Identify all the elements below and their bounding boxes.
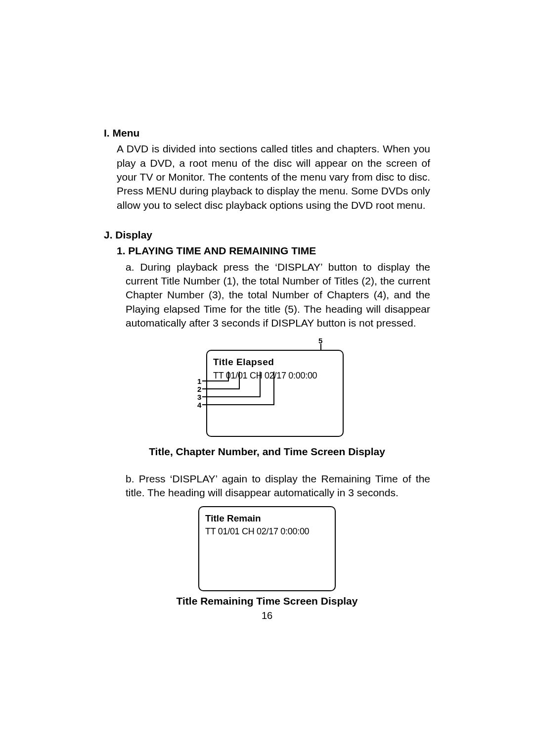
leader-2-v bbox=[239, 372, 240, 388]
leader-1-h bbox=[202, 380, 229, 381]
figure-1-box: Title Elapsed TT 01/01 CH 02/17 0:00:00 bbox=[206, 350, 344, 437]
leader-1-v bbox=[228, 372, 229, 380]
leader-4-v bbox=[273, 372, 274, 404]
figure-2-line2: TT 01/01 CH 02/17 0:00:00 bbox=[205, 525, 330, 537]
figure-2-container: Title Remain TT 01/01 CH 02/17 0:00:00 T… bbox=[104, 506, 430, 622]
figure-1-title: Title Elapsed bbox=[213, 356, 338, 369]
figure-2-box: Title Remain TT 01/01 CH 02/17 0:00:00 bbox=[198, 506, 336, 591]
section-i-heading: I. Menu bbox=[104, 126, 430, 140]
figure-2-title: Title Remain bbox=[205, 512, 330, 525]
section-i-body: A DVD is divided into sections called ti… bbox=[117, 142, 430, 212]
figure-1-caption: Title, Chapter Number, and Time Screen D… bbox=[149, 445, 385, 459]
leader-2-h bbox=[202, 388, 240, 389]
page-number: 16 bbox=[262, 609, 272, 622]
section-j-sub1-b: b. Press ‘DISPLAY’ again to display the … bbox=[126, 472, 430, 500]
callout-4: 4 bbox=[197, 400, 201, 410]
section-j-heading: J. Display bbox=[104, 228, 430, 242]
leader-3-v bbox=[260, 372, 261, 396]
leader-4-h bbox=[202, 404, 274, 405]
leader-3-h bbox=[202, 396, 261, 397]
section-j-sub1-heading: 1. PLAYING TIME AND REMAINING TIME bbox=[117, 244, 430, 258]
figure-2-caption: Title Remaining Time Screen Display bbox=[177, 594, 358, 608]
figure-1-line2: TT 01/01 CH 02/17 0:00:00 bbox=[213, 370, 338, 381]
section-j-sub1-a: a. During playback press the ‘DISPLAY’ b… bbox=[126, 260, 430, 331]
figure-1: 5 Title Elapsed TT 01/01 CH 02/17 0:00:0… bbox=[186, 336, 348, 442]
figure-1-container: 5 Title Elapsed TT 01/01 CH 02/17 0:00:0… bbox=[104, 336, 430, 459]
